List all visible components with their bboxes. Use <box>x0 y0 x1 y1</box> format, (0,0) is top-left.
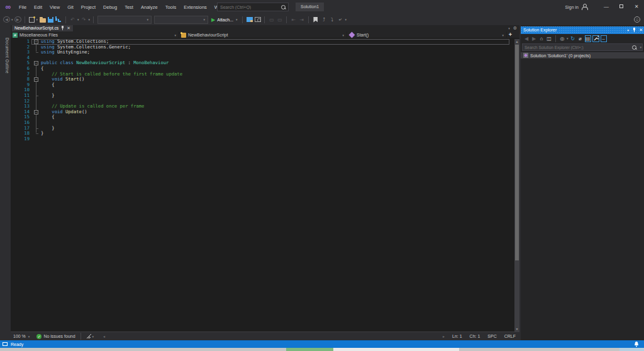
tab-newbehaviourscript[interactable]: NewBehaviourScript.cs ✕ <box>12 25 73 31</box>
window-position-dropdown[interactable]: ▾ <box>628 26 630 34</box>
fold-toggle-icon[interactable]: − <box>34 40 38 44</box>
solution-node[interactable]: Solution 'Solution1' (0 projects) <box>521 52 644 58</box>
platform-combo[interactable]: ▾ <box>154 16 208 24</box>
member-scope-dropdown[interactable]: Start() ▾ <box>347 31 507 38</box>
switch-views-icon[interactable]: ◫ <box>546 35 552 42</box>
bookmark-icon[interactable] <box>312 16 319 23</box>
code-line-14[interactable]: 14 void Update() <box>11 109 514 115</box>
next-bookmark-icon[interactable]: ⤵ <box>328 16 335 23</box>
solution-explorer-search-input[interactable] <box>523 45 631 50</box>
scroll-down-icon[interactable]: ▼ <box>514 326 519 332</box>
code-editor[interactable]: 1using System.Collections;2using System.… <box>11 39 514 332</box>
preview-window-icon[interactable] <box>254 16 261 23</box>
menu-test[interactable]: Test <box>121 3 137 12</box>
configuration-combo[interactable]: ▾ <box>97 16 152 24</box>
menu-analyze[interactable]: Analyze <box>137 3 162 12</box>
fold-toggle-icon[interactable]: − <box>34 77 38 82</box>
new-project-dropdown[interactable]: ▾ <box>36 18 38 21</box>
auto-hide-pin-icon[interactable] <box>632 28 636 33</box>
previous-bookmark-icon[interactable]: ⤴ <box>320 16 327 23</box>
code-line-15[interactable]: 15 { <box>11 114 514 120</box>
clear-bookmarks-icon[interactable]: ⤶ <box>336 16 343 23</box>
scroll-up-icon[interactable]: ▲ <box>514 39 519 44</box>
decrease-indent-icon[interactable]: ⇤ <box>290 16 297 23</box>
close-panel-icon[interactable]: ✕ <box>639 26 643 34</box>
quick-search-box[interactable] <box>217 3 289 11</box>
redo-dropdown[interactable]: ▾ <box>89 18 91 21</box>
solution-name-badge[interactable]: Solution1 <box>296 3 324 11</box>
feedback-icon[interactable]: ☺ <box>634 16 640 23</box>
scoped-view-dropdown[interactable]: ▾ <box>567 36 569 40</box>
new-project-icon[interactable] <box>28 16 35 23</box>
save-icon[interactable] <box>47 16 54 23</box>
windows-taskbar-edge[interactable] <box>0 348 644 351</box>
sync-active-document-icon[interactable]: ↻ <box>570 35 576 42</box>
code-line-18[interactable]: 18} <box>11 131 514 136</box>
code-cleanup-icon[interactable] <box>86 333 92 339</box>
se-back-icon[interactable]: ◀ <box>523 35 530 42</box>
background-tasks-icon[interactable] <box>3 342 8 346</box>
code-line-16[interactable]: 16 <box>11 120 514 126</box>
new-scoped-view-icon[interactable]: ◎ <box>559 35 565 42</box>
eol-indicator[interactable]: CRLF <box>504 334 516 338</box>
toolbar-overflow[interactable]: ▾ <box>345 18 347 21</box>
code-line-3[interactable]: 3using UnityEngine; <box>11 50 514 55</box>
code-line-8[interactable]: 8 void Start() <box>11 77 514 82</box>
close-tab-icon[interactable]: ✕ <box>67 25 70 31</box>
menu-file[interactable]: File <box>15 3 30 12</box>
document-outline-tab[interactable]: Document Outline <box>1 26 9 84</box>
project-scope-dropdown[interactable]: # Miscellaneous Files ▾ <box>11 31 179 38</box>
quick-search-input[interactable] <box>218 5 280 9</box>
split-window-button[interactable]: + <box>507 31 514 38</box>
save-all-icon[interactable] <box>55 16 62 23</box>
redo-icon[interactable]: ↷ <box>80 16 87 23</box>
uncomment-icon[interactable]: ▭ <box>276 16 283 23</box>
show-all-files-icon[interactable]: ▤ <box>585 35 591 42</box>
fold-toggle-icon[interactable]: − <box>34 61 38 65</box>
pending-changes-filter-icon[interactable]: ø <box>577 35 584 42</box>
menu-git[interactable]: Git <box>64 3 77 12</box>
code-line-9[interactable]: 9 { <box>11 82 514 88</box>
increase-indent-icon[interactable]: ⇥ <box>298 16 305 23</box>
menu-edit[interactable]: Edit <box>30 3 46 12</box>
maximize-button[interactable] <box>614 0 629 14</box>
solution-explorer-title[interactable]: Solution Explorer ▾ ✕ <box>521 26 644 34</box>
fold-toggle-icon[interactable]: − <box>34 110 38 114</box>
menu-view[interactable]: View <box>46 3 64 12</box>
solution-explorer-search[interactable]: ▾ <box>522 43 643 51</box>
code-line-11[interactable]: 11 } <box>11 93 514 99</box>
code-cleanup-dropdown[interactable]: ▾ <box>92 335 94 338</box>
code-line-19[interactable]: 19 <box>11 136 514 142</box>
scrollbar-thumb[interactable] <box>515 45 519 260</box>
comment-icon[interactable]: ▭ <box>268 16 275 23</box>
search-options-dropdown[interactable]: ▾ <box>640 45 641 49</box>
notifications-bell-icon[interactable] <box>634 342 639 347</box>
spaces-indicator[interactable]: SPC <box>487 334 496 338</box>
menu-debug[interactable]: Debug <box>99 3 121 12</box>
unity-project-explorer-icon[interactable] <box>246 16 253 23</box>
se-forward-icon[interactable]: ▶ <box>531 35 537 42</box>
open-folder-icon[interactable] <box>39 16 46 23</box>
navigate-forward-icon[interactable]: ▶ <box>14 16 21 23</box>
menu-project[interactable]: Project <box>77 3 99 12</box>
attach-button[interactable]: ▶ Attach... ▾ <box>211 17 238 23</box>
hscroll-left-icon[interactable]: ◂ <box>103 334 105 338</box>
menu-tools[interactable]: Tools <box>162 3 180 12</box>
collapse-all-icon[interactable]: – <box>601 35 607 42</box>
code-line-5[interactable]: 5public class NewBehaviourScript : MonoB… <box>11 60 514 66</box>
type-scope-dropdown[interactable]: NewBehaviourScript ▾ <box>179 31 347 38</box>
line-indicator[interactable]: Ln: 1 <box>452 334 462 338</box>
editor-vertical-scrollbar[interactable]: ▲ ▼ <box>514 39 519 332</box>
sign-in-button[interactable]: Sign in <box>565 5 579 9</box>
code-line-10[interactable]: 10 <box>11 87 514 93</box>
navigate-back-icon[interactable]: ◀ <box>3 16 10 23</box>
menu-extensions[interactable]: Extensions <box>180 3 211 12</box>
minimize-button[interactable]: — <box>599 0 614 14</box>
code-line-7[interactable]: 7 // Start is called before the first fr… <box>11 72 514 77</box>
close-button[interactable]: ✕ <box>629 0 644 14</box>
home-icon[interactable]: ⌂ <box>538 35 545 42</box>
pin-tab-icon[interactable] <box>60 26 65 31</box>
column-indicator[interactable]: Ch: 1 <box>470 334 480 338</box>
undo-icon[interactable]: ↶ <box>69 16 76 23</box>
undo-dropdown[interactable]: ▾ <box>77 18 79 21</box>
